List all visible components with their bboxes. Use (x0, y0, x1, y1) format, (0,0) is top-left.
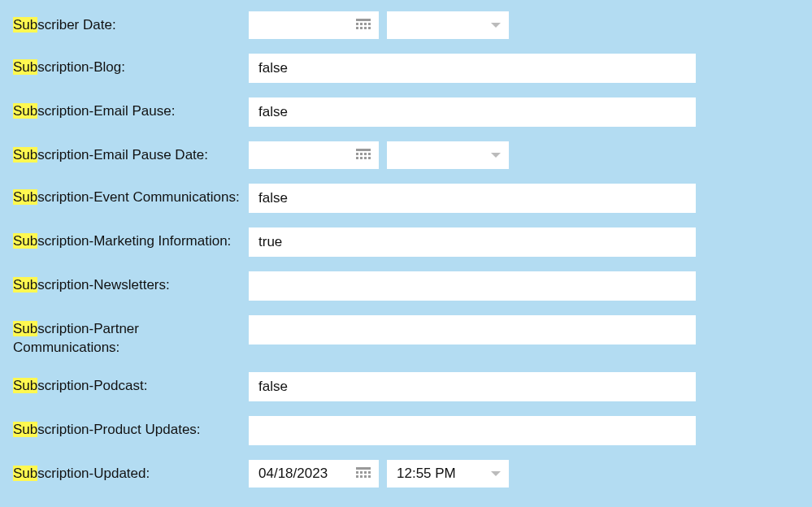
svg-rect-16 (364, 157, 367, 159)
svg-rect-8 (368, 27, 371, 29)
label-subscription-newsletters: Subscription-Newsletters: (13, 271, 249, 295)
svg-rect-13 (368, 153, 371, 155)
subscription-partner-comm-input[interactable] (249, 315, 696, 344)
highlight-prefix: Sub (13, 189, 37, 205)
svg-rect-24 (360, 475, 363, 478)
label-text: scription-Product Updates: (37, 422, 200, 437)
field-row-subscription-product-updates: Subscription-Product Updates: (0, 413, 812, 448)
svg-rect-7 (364, 27, 367, 29)
svg-rect-4 (368, 23, 371, 25)
time-value: 12:55 PM (397, 466, 486, 482)
highlight-prefix: Sub (13, 321, 37, 336)
subscription-updated-time-input[interactable]: 12:55 PM (387, 460, 509, 488)
field-row-subscription-marketing-info: Subscription-Marketing Information: (0, 224, 812, 260)
highlight-prefix: Sub (13, 17, 37, 32)
field-row-subscription-email-pause: Subscription-Email Pause: (0, 94, 812, 130)
svg-rect-0 (356, 19, 371, 21)
label-subscription-product-updates: Subscription-Product Updates: (13, 416, 249, 440)
subscription-newsletters-input[interactable] (249, 271, 696, 301)
label-subscription-updated: Subscription-Updated: (13, 460, 249, 483)
highlight-prefix: Sub (13, 422, 37, 437)
label-text: scription-Blog: (37, 59, 125, 75)
email-pause-time-input[interactable] (387, 141, 509, 169)
label-subscription-marketing-info: Subscription-Marketing Information: (13, 228, 249, 251)
subscriber-date-input[interactable] (249, 11, 379, 39)
subscription-event-comm-input[interactable] (249, 184, 696, 213)
caret-down-icon (491, 471, 501, 476)
caret-down-icon (491, 153, 501, 158)
subscriber-date-time-input[interactable] (387, 11, 509, 39)
label-subscription-blog: Subscription-Blog: (13, 54, 249, 77)
highlight-prefix: Sub (13, 277, 37, 292)
highlight-prefix: Sub (13, 147, 37, 162)
svg-rect-19 (356, 471, 358, 474)
label-text: scription-Email Pause Date: (37, 147, 208, 162)
label-subscription-partner-comm: Subscription-Partner Communications: (13, 315, 249, 358)
date-value: 04/18/2023 (258, 466, 356, 482)
label-subscription-email-pause-date: Subscription-Email Pause Date: (13, 141, 249, 165)
label-text: scription-Newsletters: (37, 277, 170, 292)
svg-rect-12 (364, 153, 367, 155)
highlight-prefix: Sub (13, 103, 37, 119)
subscription-marketing-info-input[interactable] (249, 228, 696, 257)
svg-rect-20 (360, 471, 363, 474)
label-subscription-email-pause: Subscription-Email Pause: (13, 98, 249, 121)
svg-rect-18 (356, 467, 371, 470)
subscription-blog-input[interactable] (249, 54, 696, 83)
email-pause-date-input[interactable] (249, 141, 379, 169)
field-row-subscription-newsletters: Subscription-Newsletters: (0, 268, 812, 304)
highlight-prefix: Sub (13, 466, 37, 481)
field-row-subscription-blog: Subscription-Blog: (0, 50, 812, 86)
calendar-icon (356, 467, 371, 480)
field-row-subscription-updated: Subscription-Updated: 04/18/2023 12:55 P… (0, 457, 812, 491)
svg-rect-10 (356, 153, 358, 155)
label-text: scription-Email Pause: (37, 103, 175, 119)
caret-down-icon (491, 23, 501, 28)
field-row-subscription-email-pause-date: Subscription-Email Pause Date: (0, 138, 812, 172)
svg-rect-25 (364, 475, 367, 478)
field-row-subscription-partner-comm: Subscription-Partner Communications: (0, 312, 812, 361)
field-row-subscription-podcast: Subscription-Podcast: (0, 369, 812, 405)
svg-rect-22 (368, 471, 371, 474)
calendar-icon (356, 149, 371, 162)
label-text: scription-Event Communications: (37, 189, 239, 205)
label-subscription-event-comm: Subscription-Event Communications: (13, 184, 249, 207)
label-subscriber-date: Subscriber Date: (13, 11, 249, 35)
svg-rect-23 (356, 475, 358, 478)
svg-rect-15 (360, 157, 363, 159)
svg-rect-11 (360, 153, 363, 155)
label-text: scription-Marketing Information: (37, 233, 231, 249)
svg-rect-21 (364, 471, 367, 474)
controls-subscriber-date (249, 11, 799, 39)
label-text: scription-Podcast: (37, 378, 147, 393)
svg-rect-6 (360, 27, 363, 29)
field-row-subscription-event-comm: Subscription-Event Communications: (0, 180, 812, 216)
svg-rect-3 (364, 23, 367, 25)
svg-rect-5 (356, 27, 358, 29)
field-row-named-account: Named Account: (0, 499, 812, 507)
highlight-prefix: Sub (13, 378, 37, 393)
subscription-podcast-input[interactable] (249, 372, 696, 401)
label-text: scriber Date: (37, 17, 115, 32)
calendar-icon (356, 19, 371, 32)
label-text: scription-Updated: (37, 466, 150, 481)
subscription-product-updates-input[interactable] (249, 416, 696, 445)
svg-rect-9 (356, 149, 371, 151)
svg-rect-14 (356, 157, 358, 159)
label-subscription-podcast: Subscription-Podcast: (13, 372, 249, 396)
label-named-account: Named Account: (13, 502, 249, 507)
subscription-updated-date-input[interactable]: 04/18/2023 (249, 460, 379, 488)
svg-rect-17 (368, 157, 371, 159)
svg-rect-26 (368, 475, 371, 478)
field-row-subscriber-date: Subscriber Date: (0, 8, 812, 42)
subscription-email-pause-input[interactable] (249, 98, 696, 127)
highlight-prefix: Sub (13, 233, 37, 249)
svg-rect-2 (360, 23, 363, 25)
svg-rect-1 (356, 23, 358, 25)
highlight-prefix: Sub (13, 59, 37, 75)
